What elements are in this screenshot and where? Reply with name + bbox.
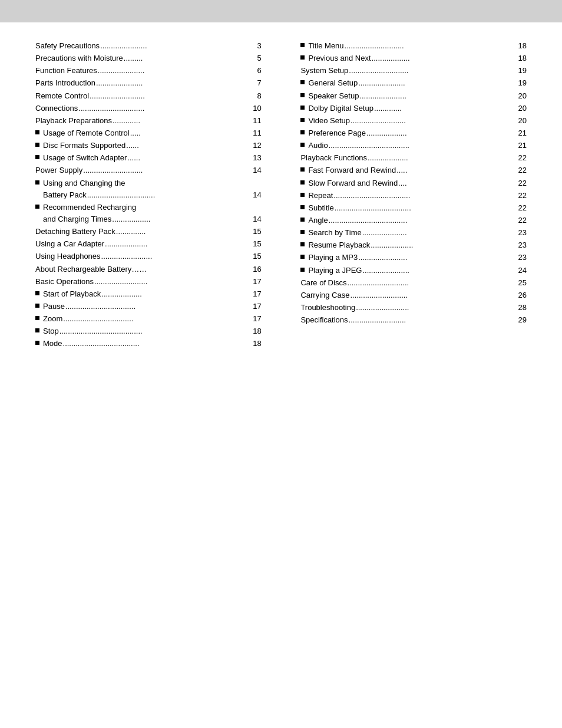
- toc-entry: Using a Car Adapter....................1…: [35, 238, 262, 250]
- toc-entry: Precautions with Moisture.........5: [35, 52, 262, 64]
- entry-dots: .........................: [94, 276, 253, 288]
- bullet-entry: Angle...................................…: [300, 215, 527, 226]
- entry-dots: ..........................: [350, 115, 518, 127]
- entry-dots: ...........................: [349, 289, 518, 301]
- entry-label: Title Menu: [308, 40, 343, 52]
- right-column: Title Menu............................18…: [300, 40, 527, 351]
- entry-label: Safety Precautions: [35, 40, 100, 52]
- entry-page: 22: [518, 152, 527, 164]
- entry-page: 12: [253, 140, 261, 151]
- bullet-square: [35, 143, 39, 147]
- bullet-square: [300, 80, 305, 84]
- entry-dots: ...................: [367, 152, 518, 164]
- entry-label: General Setup: [308, 77, 358, 89]
- entry-page: 22: [518, 177, 527, 189]
- entry-page: 19: [518, 65, 527, 77]
- entry-page: 22: [518, 202, 527, 214]
- entry-page: 22: [518, 215, 527, 226]
- toc-entry: Playback Functions...................22: [300, 152, 527, 164]
- entry-label: Slow Forward and Rewind: [308, 177, 398, 189]
- bullet-square: [300, 255, 305, 259]
- entry-label: Zoom: [43, 313, 62, 325]
- entry-dots: .........: [123, 52, 257, 64]
- entry-dots: ........................: [101, 251, 253, 262]
- entry-page: 13: [253, 152, 261, 164]
- entry-label: Mode: [43, 338, 62, 350]
- bullet-square: [300, 106, 305, 110]
- bullet-entry: Speaker Setup......................20: [300, 90, 527, 102]
- bullet-square: [35, 304, 39, 308]
- bullet-entry: Playing a MP3.......................23: [300, 252, 527, 263]
- bullet-square: [300, 167, 305, 172]
- entry-page: 22: [518, 190, 527, 202]
- multiline-line2-page: 14: [253, 213, 261, 225]
- entry-label: Preference Page: [308, 127, 366, 139]
- entry-dots: ......................: [358, 77, 518, 89]
- entry-page: 22: [518, 164, 527, 176]
- bullet-square: [300, 43, 305, 47]
- bullet-entry: Preference Page...................21: [300, 127, 527, 139]
- entry-label: Playback Preparations: [35, 115, 112, 127]
- bullet-entry: Usage of Remote Control.....11: [35, 127, 262, 139]
- entry-page: 17: [253, 288, 261, 300]
- entry-page: 28: [518, 302, 527, 314]
- entry-page: 15: [253, 226, 261, 238]
- bullet-square: [35, 316, 39, 320]
- entry-label: Troubleshooting: [300, 302, 355, 314]
- entry-dots: .......................................: [59, 325, 253, 337]
- entry-page: 19: [518, 77, 527, 89]
- bullet-entry: Title Menu............................18: [300, 40, 527, 52]
- bullet-square: [300, 55, 305, 60]
- bullet-square: [300, 230, 305, 234]
- entry-label: Dolby Digital Setup: [308, 103, 373, 114]
- toc-entry: Care of Discs...........................…: [300, 277, 527, 289]
- entry-page: 24: [518, 265, 527, 276]
- entry-page: 21: [518, 140, 527, 151]
- entry-dots: .....: [396, 164, 518, 176]
- left-column: Safety Precautions......................…: [35, 40, 262, 351]
- entry-label: Basic Operations: [35, 276, 94, 288]
- bullet-entry: Resume Playback....................23: [300, 239, 527, 251]
- entry-dots: ....................: [104, 238, 253, 250]
- bullet-square: [300, 180, 305, 185]
- bullet-entry: Usage of Switch Adapter......13: [35, 152, 262, 164]
- entry-dots: .................................: [65, 301, 253, 312]
- entry-label: Using a Car Adapter: [35, 238, 104, 250]
- entry-page: 18: [518, 40, 527, 52]
- bullet-square: [35, 328, 39, 332]
- entry-dots: ....................................: [334, 202, 518, 214]
- toc-entry: System Setup............................…: [300, 65, 527, 77]
- entry-label: Previous and Next: [308, 52, 371, 64]
- entry-page: 20: [518, 103, 527, 114]
- entry-label: Care of Discs: [300, 277, 346, 289]
- entry-label: Usage of Switch Adapter: [43, 152, 127, 164]
- entry-page: 23: [518, 227, 527, 239]
- toc-entry: Carrying Case...........................…: [300, 289, 527, 301]
- bullet-entry: Disc Formats Supported......12: [35, 140, 262, 151]
- toc-entry: About Rechargeable Battery……16: [35, 263, 262, 275]
- entry-label: Angle: [308, 215, 328, 226]
- bullet-square: [300, 143, 305, 147]
- bullet-multiline-entry: Recommended Rechargingand Charging Times…: [35, 202, 262, 225]
- bullet-entry: Subtitle................................…: [300, 202, 527, 214]
- entry-dots: ..................: [371, 52, 518, 64]
- toc-container: Safety Precautions......................…: [0, 40, 562, 351]
- entry-label: Detaching Battery Pack: [35, 226, 115, 238]
- toc-entry: Specifications..........................…: [300, 314, 527, 326]
- entry-label: Speaker Setup: [308, 90, 359, 102]
- entry-label: Remote Control: [35, 90, 89, 102]
- entry-label: Disc Formats Supported: [43, 140, 125, 151]
- entry-page: 15: [253, 238, 261, 250]
- entry-label: System Setup: [300, 65, 348, 77]
- entry-page: 23: [518, 252, 527, 263]
- bullet-entry: Pause.................................17: [35, 301, 262, 312]
- toc-entry: Playback Preparations.............11: [35, 115, 262, 127]
- entry-dots: ......: [125, 140, 253, 151]
- bullet-entry: Mode....................................…: [35, 338, 262, 350]
- bullet-entry: Zoom.................................17: [35, 313, 262, 325]
- entry-label: Subtitle: [308, 202, 333, 214]
- entry-dots: .....................: [362, 227, 518, 239]
- bullet-entry: General Setup......................19: [300, 77, 527, 89]
- entry-label: Precautions with Moisture: [35, 52, 123, 64]
- entry-label: Audio: [308, 140, 328, 151]
